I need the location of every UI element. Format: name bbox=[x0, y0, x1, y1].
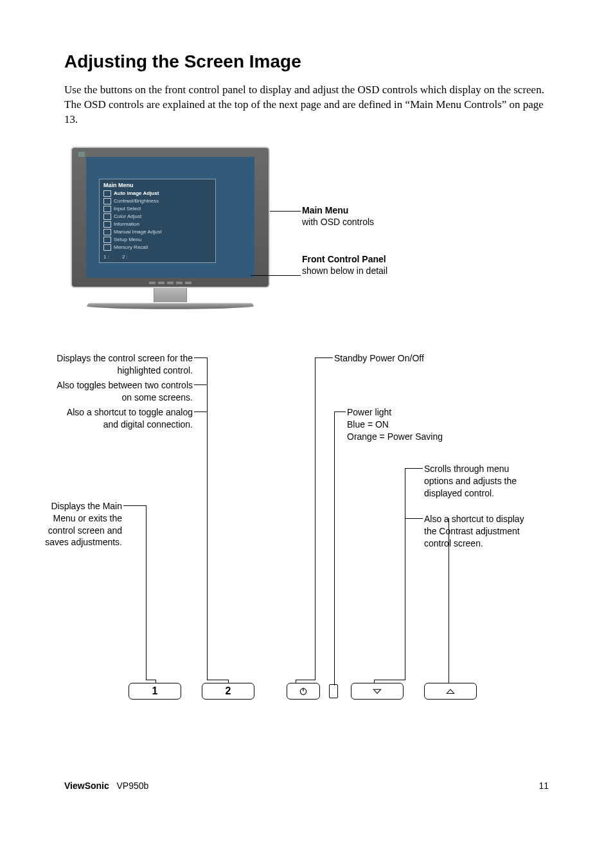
power-icon bbox=[299, 687, 308, 696]
callout-blue-on: Blue = ON bbox=[347, 419, 389, 429]
osd-item: Setup Menu bbox=[100, 236, 215, 244]
main-menu-label-sub: with OSD controls bbox=[302, 217, 374, 227]
callout-control-screen: Displays the control screen for the high… bbox=[57, 353, 193, 375]
down-button[interactable] bbox=[351, 683, 404, 700]
front-panel-buttons: 1 2 bbox=[129, 683, 562, 700]
chevron-up-icon bbox=[446, 688, 455, 694]
osd-item-label: Input Select bbox=[114, 206, 141, 212]
callout-contrast-shortcut: Also a shortcut to display the Contrast … bbox=[424, 514, 524, 548]
osd-item: Memory Recall bbox=[100, 244, 215, 251]
power-led bbox=[329, 684, 338, 698]
callout-main-menu-exit: Displays the Main Menu or exits the cont… bbox=[45, 501, 122, 548]
front-panel-label-sub: shown below in detail bbox=[302, 266, 387, 276]
callout-standby-power: Standby Power On/Off bbox=[334, 353, 424, 363]
button-1[interactable]: 1 bbox=[129, 683, 181, 700]
power-button[interactable] bbox=[287, 683, 320, 700]
callout-scroll-adjust: Scrolls through menu options and adjusts… bbox=[424, 464, 517, 498]
osd-item: Information bbox=[100, 221, 215, 228]
osd-item: Input Select bbox=[100, 205, 215, 213]
button-2[interactable]: 2 bbox=[202, 683, 254, 700]
front-panel-label-title: Front Control Panel bbox=[302, 254, 386, 264]
svg-marker-3 bbox=[447, 689, 454, 693]
button-2-label: 2 bbox=[226, 685, 231, 697]
page-number: 11 bbox=[538, 781, 549, 791]
intro-paragraph: Use the buttons on the front control pan… bbox=[64, 83, 549, 127]
callout-analog-digital: Also a shortcut to toggle analog and dig… bbox=[67, 407, 193, 429]
osd-footer-hint: 2 : bbox=[122, 254, 128, 260]
callout-orange-saving: Orange = Power Saving bbox=[347, 431, 443, 442]
button-1-label: 1 bbox=[152, 685, 158, 697]
main-menu-label-title: Main Menu bbox=[302, 205, 348, 215]
svg-marker-2 bbox=[373, 689, 380, 693]
osd-footer-hint: 1 : bbox=[103, 254, 109, 260]
monitor-illustration: Main Menu Auto Image Adjust Contrast/Bri… bbox=[71, 147, 270, 307]
footer-model: VP950b bbox=[116, 781, 148, 791]
osd-item-label: Color Adjust bbox=[114, 213, 141, 219]
osd-item-label: Setup Menu bbox=[114, 237, 141, 242]
osd-item: Contrast/Brightness bbox=[100, 197, 215, 205]
osd-item-label: Contrast/Brightness bbox=[114, 198, 159, 204]
osd-item-label: Auto Image Adjust bbox=[114, 190, 159, 196]
up-button[interactable] bbox=[424, 683, 477, 700]
callout-toggle-controls: Also toggles between two controls on som… bbox=[57, 380, 193, 402]
osd-item: Color Adjust bbox=[100, 213, 215, 221]
osd-item: Auto Image Adjust bbox=[100, 190, 215, 197]
osd-item: Manual Image Adjust bbox=[100, 228, 215, 236]
osd-item-label: Information bbox=[114, 221, 139, 227]
osd-menu-title: Main Menu bbox=[100, 179, 215, 190]
footer-left: ViewSonic VP950b bbox=[64, 781, 148, 791]
osd-item-label: Memory Recall bbox=[114, 244, 148, 250]
page-title: Adjusting the Screen Image bbox=[64, 51, 549, 72]
osd-item-label: Manual Image Adjust bbox=[114, 229, 162, 235]
osd-main-menu: Main Menu Auto Image Adjust Contrast/Bri… bbox=[99, 179, 216, 263]
footer-brand: ViewSonic bbox=[64, 781, 109, 791]
callout-power-light: Power light bbox=[347, 407, 391, 417]
chevron-down-icon bbox=[373, 688, 382, 694]
